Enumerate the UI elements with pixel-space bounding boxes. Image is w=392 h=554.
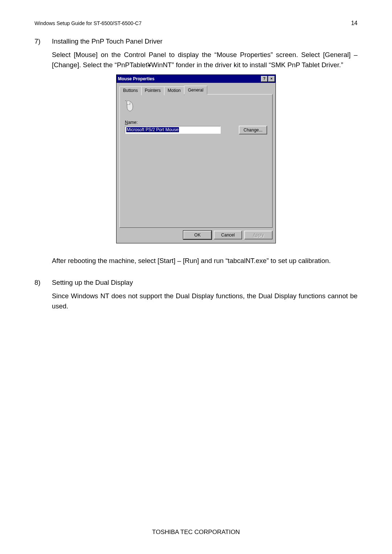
tab-general[interactable]: General [184, 86, 208, 94]
name-label: Name: [125, 120, 267, 125]
tab-strip: Buttons Pointers Motion General [119, 86, 273, 94]
section-7-paragraph-1: Select [Mouse] on the Control Panel to d… [52, 50, 358, 70]
doc-title: Windows Setup Guide for ST-6500/ST-6500-… [34, 20, 142, 26]
section-number: 8) [34, 279, 52, 287]
titlebar-text: Mouse Properties [118, 76, 261, 81]
section-title: Setting up the Dual Display [52, 279, 133, 287]
cancel-button[interactable]: Cancel [214, 231, 242, 239]
tab-panel-general: Name: Microsoft PS/2 Port Mouse Change..… [119, 94, 273, 228]
dialog-screenshot: Mouse Properties ? × Buttons Pointers Mo… [34, 74, 358, 243]
tab-motion[interactable]: Motion [164, 86, 184, 95]
page-header: Windows Setup Guide for ST-6500/ST-6500-… [34, 20, 358, 27]
dialog-button-row: OK Cancel Apply [119, 231, 273, 239]
ok-button[interactable]: OK [183, 231, 212, 239]
page-number: 14 [351, 20, 358, 27]
section-8-paragraph-1: Since Windows NT does not support the Du… [52, 291, 358, 311]
mouse-icon [125, 100, 138, 113]
titlebar: Mouse Properties ? × [117, 75, 275, 83]
section-title: Installing the PnP Touch Panel Driver [52, 37, 163, 45]
name-field[interactable]: Microsoft PS/2 Port Mouse [125, 126, 221, 134]
section-8-heading: 8) Setting up the Dual Display [34, 279, 358, 287]
change-button[interactable]: Change... [239, 126, 267, 134]
close-button[interactable]: × [268, 76, 275, 82]
section-number: 7) [34, 37, 52, 45]
help-button[interactable]: ? [261, 76, 268, 82]
footer: TOSHIBA TEC CORPORATION [0, 529, 392, 536]
mouse-properties-dialog: Mouse Properties ? × Buttons Pointers Mo… [116, 74, 276, 243]
section-7-heading: 7) Installing the PnP Touch Panel Driver [34, 37, 358, 45]
tab-buttons[interactable]: Buttons [119, 86, 142, 95]
apply-button[interactable]: Apply [244, 231, 273, 239]
tab-pointers[interactable]: Pointers [141, 86, 164, 95]
section-7-paragraph-2: After rebooting the machine, select [Sta… [52, 256, 358, 266]
